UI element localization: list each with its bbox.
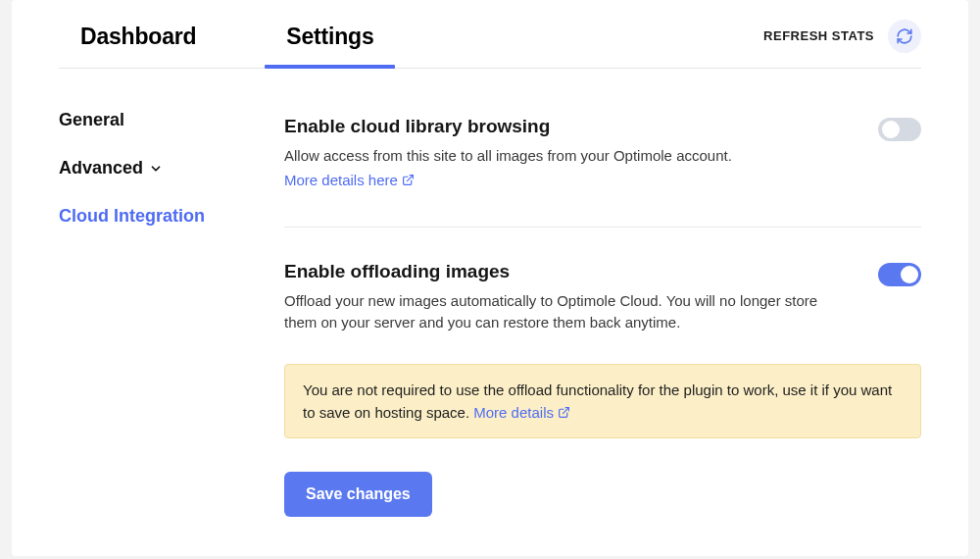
refresh-icon-button[interactable]: [888, 20, 921, 53]
toggle-knob: [882, 121, 900, 138]
sidebar-item-general[interactable]: General: [59, 110, 284, 130]
offload-notice: You are not required to use the offload …: [284, 364, 921, 439]
notice-text: You are not required to use the offload …: [303, 381, 892, 421]
toggle-cloud-library[interactable]: [878, 118, 921, 141]
sidebar-item-advanced[interactable]: Advanced: [59, 158, 284, 178]
refresh-stats-button[interactable]: REFRESH STATS: [763, 28, 874, 43]
divider: [284, 227, 921, 228]
svg-line-0: [407, 175, 413, 180]
settings-sidebar: General Advanced Cloud Integration: [59, 110, 284, 517]
setting-cloud-library: Enable cloud library browsing Allow acce…: [284, 110, 921, 215]
sidebar-item-label: Advanced: [59, 158, 143, 178]
sidebar-item-cloud-integration[interactable]: Cloud Integration: [59, 206, 284, 227]
more-details-link[interactable]: More details here: [284, 172, 415, 188]
notice-more-details-link[interactable]: More details: [473, 401, 570, 424]
external-link-icon: [402, 174, 415, 186]
setting-title: Enable offloading images: [284, 261, 819, 282]
external-link-icon: [558, 406, 570, 419]
tab-dashboard[interactable]: Dashboard: [59, 14, 218, 68]
chevron-down-icon: [149, 162, 163, 176]
toggle-offloading[interactable]: [878, 263, 921, 286]
toggle-knob: [901, 266, 918, 283]
svg-line-1: [563, 408, 568, 414]
refresh-icon: [896, 27, 913, 45]
link-text: More details here: [284, 172, 398, 188]
setting-description: Allow access from this site to all image…: [284, 145, 819, 168]
tab-bar: Dashboard Settings REFRESH STATS: [59, 0, 921, 69]
setting-title: Enable cloud library browsing: [284, 116, 819, 137]
setting-description: Offload your new images automatically to…: [284, 290, 819, 334]
tab-settings[interactable]: Settings: [265, 14, 395, 68]
link-text: More details: [473, 401, 554, 424]
setting-offloading: Enable offloading images Offload your ne…: [284, 255, 921, 360]
save-changes-button[interactable]: Save changes: [284, 472, 432, 517]
